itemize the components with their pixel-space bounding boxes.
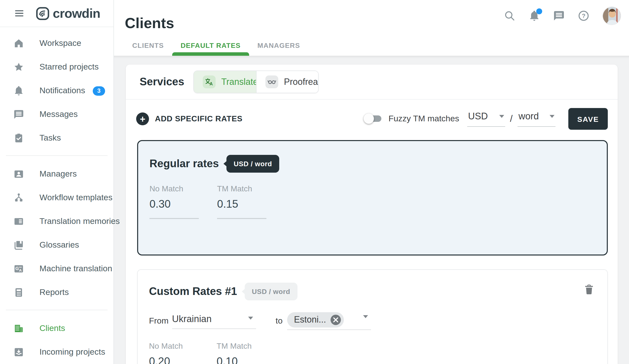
sidebar-item-notifications[interactable]: Notifications 3 bbox=[0, 79, 114, 103]
save-button[interactable]: SAVE bbox=[568, 108, 608, 130]
service-option-proofread[interactable]: Proofread bbox=[256, 71, 318, 93]
top-bar: Clients CLIENTS DEFAULT RATES MANAGERS bbox=[114, 0, 629, 56]
no-match-field: No Match 0.20 bbox=[149, 342, 198, 364]
services-row: Services A bbox=[126, 65, 618, 99]
sidebar-item-workflow-templates[interactable]: Workflow templates bbox=[0, 186, 114, 210]
home-icon bbox=[13, 38, 24, 49]
plus-icon: + bbox=[136, 113, 149, 125]
sidebar-divider bbox=[6, 310, 108, 310]
tasks-icon bbox=[13, 133, 24, 143]
fuzzy-tm-label: Fuzzy TM matches bbox=[388, 114, 459, 124]
active-tab-underline bbox=[172, 52, 249, 56]
translate-icon: A bbox=[202, 75, 215, 88]
search-icon[interactable] bbox=[504, 10, 515, 21]
app: crowdin Workspace Starred projects Notif… bbox=[0, 0, 629, 364]
sidebar-nav: Workspace Starred projects Notifications… bbox=[0, 27, 114, 364]
custom-rates-unit-badge: USD / word bbox=[244, 283, 298, 300]
brand-name: crowdin bbox=[53, 6, 100, 21]
user-avatar[interactable] bbox=[602, 6, 621, 25]
chevron-down-icon bbox=[248, 316, 253, 319]
sidebar-item-machine-translation[interactable]: GA Machine translation bbox=[0, 257, 114, 281]
notifications-bell-icon[interactable] bbox=[528, 10, 540, 21]
sidebar-item-translation-memories[interactable]: Translation memories bbox=[0, 210, 114, 233]
language-pair-row: From Ukrainian to Estoni... bbox=[149, 312, 594, 330]
sidebar-item-workspace[interactable]: Workspace bbox=[0, 32, 114, 55]
regular-rates-title: Regular rates bbox=[150, 157, 219, 170]
no-match-rate-input[interactable]: 0.30 bbox=[150, 198, 199, 219]
help-icon[interactable]: ? bbox=[578, 10, 590, 21]
services-heading: Services bbox=[140, 75, 184, 88]
sidebar-item-managers[interactable]: Managers bbox=[0, 162, 114, 186]
tab-bar: CLIENTS DEFAULT RATES MANAGERS bbox=[124, 35, 308, 56]
sidebar-item-starred-projects[interactable]: Starred projects bbox=[0, 55, 114, 79]
regular-rates-unit-badge: USD / word bbox=[226, 155, 279, 173]
tm-match-field: TM Match 0.10 bbox=[217, 342, 266, 364]
incoming-inbox-icon bbox=[13, 347, 24, 358]
tab-managers[interactable]: MANAGERS bbox=[249, 35, 308, 56]
sidebar-item-incoming-projects[interactable]: Incoming projects bbox=[0, 340, 114, 364]
tm-match-rate-input[interactable]: 0.10 bbox=[217, 355, 266, 364]
chevron-down-icon bbox=[363, 315, 368, 318]
tab-clients[interactable]: CLIENTS bbox=[124, 35, 172, 56]
manager-card-icon bbox=[13, 169, 24, 180]
svg-text:A: A bbox=[19, 268, 22, 272]
svg-text:?: ? bbox=[582, 12, 586, 19]
target-language-chip: Estoni... bbox=[287, 312, 344, 328]
no-match-rate-input[interactable]: 0.20 bbox=[149, 355, 198, 364]
star-icon bbox=[13, 62, 24, 73]
chevron-down-icon bbox=[550, 115, 555, 118]
crowdin-logo-icon bbox=[36, 7, 49, 20]
toggle-knob bbox=[364, 114, 374, 124]
default-rates-panel: Services A bbox=[126, 65, 618, 364]
glossary-book-icon bbox=[13, 240, 24, 250]
custom-rates-title-row: Custom Rates #1 USD / word bbox=[149, 283, 594, 300]
sidebar: crowdin Workspace Starred projects Notif… bbox=[0, 0, 114, 364]
custom-rates-card: Custom Rates #1 USD / word From Ukrainia… bbox=[137, 269, 608, 364]
notifications-count-badge: 3 bbox=[93, 86, 105, 96]
svg-text:A: A bbox=[209, 81, 213, 86]
crowdin-logo[interactable]: crowdin bbox=[36, 6, 100, 21]
sidebar-item-reports[interactable]: Reports bbox=[0, 281, 114, 304]
svg-text:G: G bbox=[15, 266, 19, 271]
per-separator: / bbox=[510, 114, 513, 124]
service-option-translate[interactable]: A Translate bbox=[194, 71, 256, 93]
proofread-glasses-icon bbox=[265, 75, 278, 88]
sidebar-item-tasks[interactable]: Tasks bbox=[0, 126, 114, 150]
add-specific-rates-button[interactable]: + ADD SPECIFIC RATES bbox=[136, 113, 242, 125]
fuzzy-tm-toggle[interactable] bbox=[364, 113, 383, 125]
tab-default-rates[interactable]: DEFAULT RATES bbox=[172, 35, 249, 56]
notification-dot bbox=[536, 8, 542, 14]
tm-match-rate-input[interactable]: 0.15 bbox=[217, 198, 266, 219]
no-match-field: No Match 0.30 bbox=[150, 184, 199, 219]
from-label: From bbox=[149, 316, 168, 326]
tm-match-field: TM Match 0.15 bbox=[217, 184, 266, 219]
main-area: Clients CLIENTS DEFAULT RATES MANAGERS bbox=[114, 0, 629, 364]
source-language-select[interactable]: Ukrainian bbox=[172, 313, 256, 329]
page-title: Clients bbox=[125, 15, 174, 32]
to-label: to bbox=[276, 316, 283, 326]
machine-translation-icon: GA bbox=[13, 263, 24, 274]
sidebar-item-clients[interactable]: Clients bbox=[0, 317, 114, 340]
logo-bar: crowdin bbox=[0, 0, 114, 27]
custom-rates-fields: No Match 0.20 TM Match 0.10 bbox=[149, 342, 594, 364]
custom-rates-title: Custom Rates #1 bbox=[149, 285, 237, 298]
screenshot: crowdin Workspace Starred projects Notif… bbox=[0, 0, 629, 364]
sidebar-item-glossaries[interactable]: Glossaries bbox=[0, 233, 114, 257]
messages-icon[interactable] bbox=[553, 10, 565, 21]
workflow-icon bbox=[13, 192, 24, 203]
header-actions: ? bbox=[504, 0, 621, 31]
hamburger-menu-icon[interactable] bbox=[14, 8, 24, 18]
sidebar-divider bbox=[6, 155, 108, 156]
remove-language-icon[interactable] bbox=[330, 315, 341, 325]
target-language-select[interactable]: Estoni... bbox=[287, 312, 371, 330]
rates-toolbar: + ADD SPECIFIC RATES Fuzzy TM matches US… bbox=[126, 100, 618, 138]
currency-select[interactable]: USD bbox=[467, 111, 505, 127]
delete-custom-rates-button[interactable] bbox=[584, 284, 595, 295]
unit-select[interactable]: word bbox=[517, 111, 556, 127]
sidebar-item-messages[interactable]: Messages bbox=[0, 103, 114, 126]
chat-icon bbox=[13, 109, 24, 120]
regular-rates-card: Regular rates USD / word No Match 0.30 T… bbox=[137, 140, 608, 255]
regular-rates-title-row: Regular rates USD / word bbox=[150, 155, 607, 173]
rates-toolbar-right: Fuzzy TM matches USD / word SAVE bbox=[364, 108, 608, 130]
content-area: Services A bbox=[114, 56, 629, 364]
